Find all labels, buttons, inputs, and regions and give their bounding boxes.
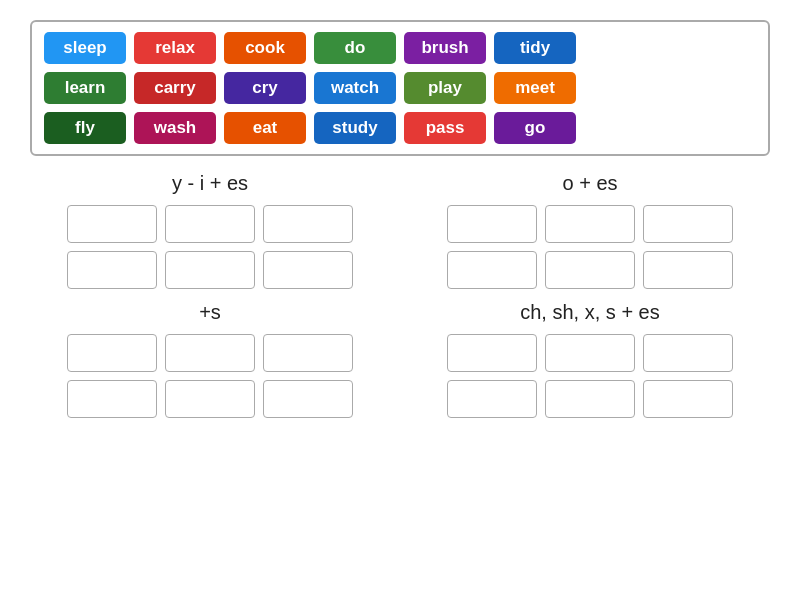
drop-box[interactable] <box>67 251 157 289</box>
word-tile-go[interactable]: go <box>494 112 576 144</box>
drop-box[interactable] <box>165 380 255 418</box>
drop-box[interactable] <box>67 334 157 372</box>
word-bank-row-1: learncarrycrywatchplaymeet <box>44 72 756 104</box>
categories-top-row: y - i + es o + es <box>30 172 770 289</box>
word-tile-cry[interactable]: cry <box>224 72 306 104</box>
word-tile-wash[interactable]: wash <box>134 112 216 144</box>
word-tile-fly[interactable]: fly <box>44 112 126 144</box>
category-ch-sh-x-s-es-title: ch, sh, x, s + es <box>410 301 770 324</box>
drop-box[interactable] <box>263 251 353 289</box>
drop-box[interactable] <box>165 334 255 372</box>
drop-box[interactable] <box>545 251 635 289</box>
category-o-es-title: o + es <box>410 172 770 195</box>
drop-box[interactable] <box>165 205 255 243</box>
category-y-i-es-title: y - i + es <box>30 172 390 195</box>
drop-box[interactable] <box>263 334 353 372</box>
word-tile-eat[interactable]: eat <box>224 112 306 144</box>
drop-box[interactable] <box>643 205 733 243</box>
word-tile-learn[interactable]: learn <box>44 72 126 104</box>
drop-box[interactable] <box>545 380 635 418</box>
word-tile-watch[interactable]: watch <box>314 72 396 104</box>
drop-row-o-es-2 <box>410 251 770 289</box>
word-bank-row-2: flywasheatstudypassgo <box>44 112 756 144</box>
word-tile-meet[interactable]: meet <box>494 72 576 104</box>
word-tile-carry[interactable]: carry <box>134 72 216 104</box>
drop-row-ch-1 <box>410 334 770 372</box>
category-ch-sh-x-s-es: ch, sh, x, s + es <box>410 301 770 418</box>
drop-row-o-es-1 <box>410 205 770 243</box>
drop-box[interactable] <box>447 251 537 289</box>
drop-box[interactable] <box>447 334 537 372</box>
word-tile-sleep[interactable]: sleep <box>44 32 126 64</box>
drop-box[interactable] <box>545 334 635 372</box>
word-tile-cook[interactable]: cook <box>224 32 306 64</box>
word-bank: sleeprelaxcookdobrushtidylearncarrycrywa… <box>30 20 770 156</box>
drop-box[interactable] <box>67 205 157 243</box>
page: sleeprelaxcookdobrushtidylearncarrycrywa… <box>0 0 800 600</box>
drop-row-ch-2 <box>410 380 770 418</box>
drop-box[interactable] <box>263 380 353 418</box>
drop-box[interactable] <box>447 205 537 243</box>
drop-row-y-i-es-1 <box>30 205 390 243</box>
word-tile-study[interactable]: study <box>314 112 396 144</box>
drop-box[interactable] <box>447 380 537 418</box>
drop-box[interactable] <box>263 205 353 243</box>
categories-bottom-row: +s ch, sh, x, s + es <box>30 301 770 418</box>
drop-box[interactable] <box>643 251 733 289</box>
drop-box[interactable] <box>67 380 157 418</box>
drop-row-plus-s-1 <box>30 334 390 372</box>
word-tile-do[interactable]: do <box>314 32 396 64</box>
drop-box[interactable] <box>643 334 733 372</box>
word-tile-tidy[interactable]: tidy <box>494 32 576 64</box>
drop-row-plus-s-2 <box>30 380 390 418</box>
category-o-es: o + es <box>410 172 770 289</box>
drop-box[interactable] <box>643 380 733 418</box>
drop-box[interactable] <box>165 251 255 289</box>
category-plus-s: +s <box>30 301 390 418</box>
categories-area: y - i + es o + es <box>30 172 770 418</box>
drop-box[interactable] <box>545 205 635 243</box>
category-plus-s-title: +s <box>30 301 390 324</box>
word-tile-brush[interactable]: brush <box>404 32 486 64</box>
word-tile-pass[interactable]: pass <box>404 112 486 144</box>
word-tile-relax[interactable]: relax <box>134 32 216 64</box>
word-bank-row-0: sleeprelaxcookdobrushtidy <box>44 32 756 64</box>
drop-row-y-i-es-2 <box>30 251 390 289</box>
category-y-i-es: y - i + es <box>30 172 390 289</box>
word-tile-play[interactable]: play <box>404 72 486 104</box>
